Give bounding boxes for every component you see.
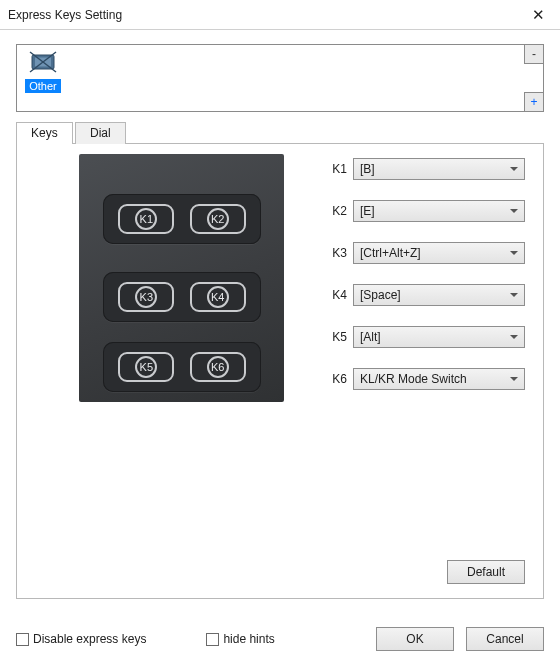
- disable-express-keys-checkbox[interactable]: Disable express keys: [16, 632, 146, 646]
- binding-combo-k2[interactable]: [E]: [353, 200, 525, 222]
- binding-value: [Space]: [360, 288, 401, 302]
- checkbox-box: [16, 633, 29, 646]
- binding-label: K6: [327, 372, 353, 386]
- key-row-1: K1 K2: [103, 194, 261, 244]
- window-title: Express Keys Setting: [8, 8, 516, 22]
- app-selector: Other - +: [16, 44, 544, 112]
- device-key-k6[interactable]: K6: [190, 352, 246, 382]
- tab-keys-label: Keys: [31, 126, 58, 140]
- chevron-down-icon: [510, 167, 518, 171]
- ok-button[interactable]: OK: [376, 627, 454, 651]
- device-key-k2[interactable]: K2: [190, 204, 246, 234]
- hide-hints-checkbox[interactable]: hide hints: [206, 632, 274, 646]
- binding-label: K1: [327, 162, 353, 176]
- binding-label: K3: [327, 246, 353, 260]
- close-button[interactable]: ✕: [516, 0, 560, 30]
- chevron-down-icon: [510, 251, 518, 255]
- add-app-button[interactable]: +: [524, 92, 544, 112]
- k4-icon: K4: [207, 286, 229, 308]
- binding-label: K5: [327, 330, 353, 344]
- chevron-down-icon: [510, 335, 518, 339]
- tab-keys[interactable]: Keys: [16, 122, 73, 144]
- binding-value: [Alt]: [360, 330, 381, 344]
- bottom-bar: Disable express keys hide hints OK Cance…: [0, 619, 560, 661]
- binding-combo-k3[interactable]: [Ctrl+Alt+Z]: [353, 242, 525, 264]
- minus-icon: -: [532, 47, 536, 61]
- device-key-k3[interactable]: K3: [118, 282, 174, 312]
- k5-icon: K5: [135, 356, 157, 378]
- tabbar: Keys Dial: [16, 122, 544, 144]
- titlebar: Express Keys Setting ✕: [0, 0, 560, 30]
- chevron-down-icon: [510, 377, 518, 381]
- binding-label: K4: [327, 288, 353, 302]
- binding-row-k6: K6 KL/KR Mode Switch: [327, 368, 525, 390]
- binding-combo-k5[interactable]: [Alt]: [353, 326, 525, 348]
- checkbox-label: hide hints: [223, 632, 274, 646]
- device-preview: K1 K2 K3 K4 K5 K6: [79, 154, 284, 402]
- binding-row-k5: K5 [Alt]: [327, 326, 525, 348]
- device-key-k4[interactable]: K4: [190, 282, 246, 312]
- close-icon: ✕: [532, 6, 545, 24]
- tablet-icon: [27, 49, 59, 77]
- app-side-buttons: - +: [524, 44, 544, 112]
- key-row-3: K5 K6: [103, 342, 261, 392]
- app-item-other[interactable]: Other: [21, 49, 65, 93]
- k6-icon: K6: [207, 356, 229, 378]
- device-key-k5[interactable]: K5: [118, 352, 174, 382]
- binding-row-k1: K1 [B]: [327, 158, 525, 180]
- tab-dial-label: Dial: [90, 126, 111, 140]
- binding-row-k3: K3 [Ctrl+Alt+Z]: [327, 242, 525, 264]
- binding-value: [E]: [360, 204, 375, 218]
- binding-combo-k6[interactable]: KL/KR Mode Switch: [353, 368, 525, 390]
- binding-row-k2: K2 [E]: [327, 200, 525, 222]
- app-selector-region: Other - +: [0, 30, 560, 116]
- binding-row-k4: K4 [Space]: [327, 284, 525, 306]
- binding-value: KL/KR Mode Switch: [360, 372, 467, 386]
- checkbox-label: Disable express keys: [33, 632, 146, 646]
- k1-icon: K1: [135, 208, 157, 230]
- chevron-down-icon: [510, 293, 518, 297]
- binding-combo-k4[interactable]: [Space]: [353, 284, 525, 306]
- binding-value: [B]: [360, 162, 375, 176]
- tab-dial[interactable]: Dial: [75, 122, 126, 144]
- default-button[interactable]: Default: [447, 560, 525, 584]
- plus-icon: +: [530, 95, 537, 109]
- device-key-k1[interactable]: K1: [118, 204, 174, 234]
- k2-icon: K2: [207, 208, 229, 230]
- checkbox-box: [206, 633, 219, 646]
- remove-app-button[interactable]: -: [524, 44, 544, 64]
- binding-combo-k1[interactable]: [B]: [353, 158, 525, 180]
- bindings-list: K1 [B] K2 [E] K3 [Ctrl+Alt+Z] K4 [Space]: [327, 158, 525, 410]
- binding-label: K2: [327, 204, 353, 218]
- k3-icon: K3: [135, 286, 157, 308]
- cancel-button[interactable]: Cancel: [466, 627, 544, 651]
- chevron-down-icon: [510, 209, 518, 213]
- key-row-2: K3 K4: [103, 272, 261, 322]
- tabpanel-keys: K1 K2 K3 K4 K5 K6 K1 [B] K2 [E]: [16, 144, 544, 599]
- binding-value: [Ctrl+Alt+Z]: [360, 246, 421, 260]
- app-item-label: Other: [25, 79, 61, 93]
